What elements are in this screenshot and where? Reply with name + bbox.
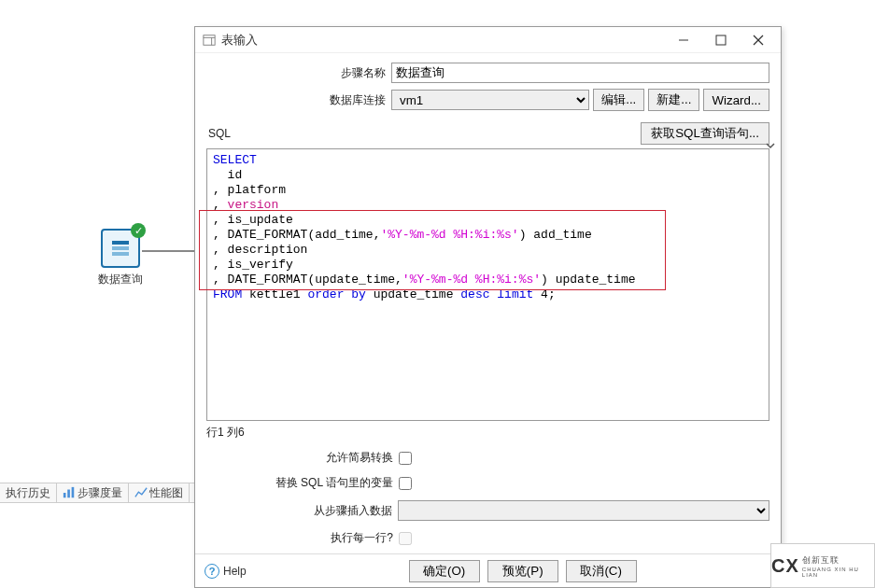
watermark: CX 创新互联 CHUANG XIN HU LIAN — [770, 543, 875, 588]
connector-line — [142, 250, 198, 252]
wizard-button[interactable]: Wizard... — [703, 89, 769, 111]
db-conn-select[interactable]: vm1 — [391, 90, 589, 110]
svg-rect-3 — [64, 493, 66, 497]
tab-perf-chart[interactable]: 性能图 — [129, 483, 190, 503]
dialog-content: 步骤名称 数据库连接 vm1 编辑... 新建... Wizard... SQL… — [195, 53, 781, 553]
options-block: 允许简易转换 替换 SQL 语句里的变量 从步骤插入数据 执行每一行? 记录数量… — [206, 450, 769, 553]
watermark-logo: CX — [771, 555, 799, 577]
watermark-line1: 创新互联 — [802, 554, 874, 567]
bg-tabstrip: 执行历史 步骤度量 性能图 — [0, 483, 196, 503]
watermark-line2: CHUANG XIN HU LIAN — [802, 567, 874, 578]
window-icon — [203, 34, 216, 47]
sql-label: SQL — [206, 127, 231, 140]
dropdown-arrow-icon — [764, 139, 777, 152]
tab-label: 步骤度量 — [78, 485, 122, 501]
replace-vars-label: 替换 SQL 语句里的变量 — [206, 475, 399, 491]
svg-rect-6 — [204, 35, 215, 45]
db-conn-label: 数据库连接 — [206, 92, 391, 108]
tab-label: 性能图 — [149, 485, 183, 501]
cursor-status: 行1 列6 — [206, 425, 769, 441]
close-button[interactable] — [740, 29, 777, 51]
help-button[interactable]: ? Help — [205, 564, 247, 579]
exec-each-row-label: 执行每一行? — [206, 530, 399, 546]
row-db-conn: 数据库连接 vm1 编辑... 新建... Wizard... — [206, 89, 769, 111]
node-icon-wrap: ✓ — [101, 229, 140, 268]
insert-from-step-select[interactable] — [398, 500, 769, 521]
allow-simple-checkbox[interactable] — [399, 452, 412, 465]
exec-each-row-checkbox — [399, 532, 412, 545]
step-name-label: 步骤名称 — [206, 65, 391, 81]
svg-rect-0 — [112, 241, 129, 245]
replace-vars-checkbox[interactable] — [399, 477, 412, 490]
window-title: 表输入 — [221, 32, 665, 49]
ok-button[interactable]: 确定(O) — [409, 560, 480, 582]
chart-line-icon — [134, 486, 148, 499]
edit-conn-button[interactable]: 编辑... — [593, 89, 644, 111]
svg-rect-1 — [112, 246, 129, 250]
get-sql-button[interactable]: 获取SQL查询语句... — [641, 122, 769, 145]
tab-exec-history[interactable]: 执行历史 — [0, 483, 57, 503]
tab-label: 执行历史 — [6, 485, 50, 501]
new-conn-button[interactable]: 新建... — [648, 89, 699, 111]
titlebar: 表输入 — [195, 27, 781, 53]
row-step-name: 步骤名称 — [206, 63, 769, 83]
sql-header: SQL 获取SQL查询语句... — [206, 122, 769, 145]
minimize-button[interactable] — [665, 29, 702, 51]
help-label: Help — [223, 565, 247, 578]
allow-simple-label: 允许简易转换 — [206, 450, 399, 466]
check-badge-icon: ✓ — [131, 223, 146, 238]
insert-from-step-label: 从步骤插入数据 — [206, 503, 398, 519]
svg-rect-5 — [72, 487, 75, 497]
maximize-button[interactable] — [702, 29, 740, 51]
svg-rect-10 — [716, 35, 726, 45]
table-input-dialog: 表输入 步骤名称 数据库连接 vm1 编辑... 新建... Wizard...… — [194, 26, 782, 588]
metrics-icon — [63, 486, 76, 499]
cancel-button[interactable]: 取消(C) — [566, 560, 637, 582]
editor-wrap: SELECT id , platform , version , is_upda… — [206, 148, 769, 421]
tab-step-metrics[interactable]: 步骤度量 — [57, 483, 129, 503]
sql-editor[interactable]: SELECT id , platform , version , is_upda… — [206, 148, 769, 421]
canvas-node[interactable]: ✓ 数据查询 — [98, 229, 143, 287]
svg-rect-4 — [67, 490, 70, 498]
step-name-input[interactable] — [391, 63, 769, 83]
button-bar: ? Help 确定(O) 预览(P) 取消(C) — [195, 553, 781, 587]
svg-rect-2 — [112, 252, 129, 256]
node-label: 数据查询 — [98, 272, 143, 287]
help-icon: ? — [205, 564, 219, 579]
preview-button[interactable]: 预览(P) — [487, 560, 558, 582]
